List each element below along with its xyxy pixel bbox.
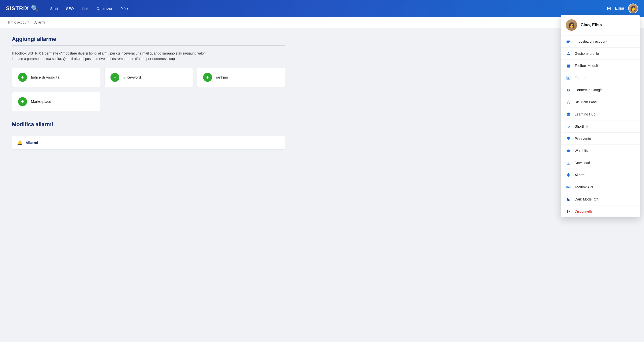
alarm-card-empty-1 xyxy=(104,92,193,111)
user-dropdown-menu: 👩 Ciao, Elisa Impostazioni account Gesti… xyxy=(561,15,640,158)
nav-link[interactable]: Link xyxy=(78,5,92,13)
pin-icon xyxy=(566,136,571,141)
alarm-label-visibilita: Indice di Visibilità xyxy=(31,75,60,79)
nav-optimizer[interactable]: Optimizer xyxy=(93,5,116,13)
alarm-cards-row2: + Marketplace xyxy=(12,92,285,111)
menu-item-shortlink[interactable]: Shortlink xyxy=(561,120,640,133)
modifica-divider xyxy=(12,131,285,131)
user-name: Elisa xyxy=(615,6,624,11)
dropdown-avatar: 👩 xyxy=(566,19,577,31)
menu-item-watchlist[interactable]: Watchlist xyxy=(561,145,640,157)
menu-item-toolbox-moduli[interactable]: Toolbox Moduli xyxy=(561,60,640,72)
menu-label-shortlink: Shortlink xyxy=(575,124,588,128)
breadcrumb-parent[interactable]: Il mio account xyxy=(8,20,29,24)
alarm-card-marketplace[interactable]: + Marketplace xyxy=(12,92,100,111)
add-icon-marketplace: + xyxy=(18,97,27,106)
watchlist-icon xyxy=(566,148,571,153)
menu-item-download[interactable]: Download xyxy=(561,157,640,158)
grid-icon[interactable]: ⊞ xyxy=(607,6,611,12)
menu-label-labs: SISTRIX Labs xyxy=(575,100,597,104)
search-icon: 🔍 xyxy=(31,5,39,13)
svg-rect-0 xyxy=(567,40,570,40)
alarm-card-ranking[interactable]: + ranking xyxy=(197,68,285,87)
menu-label-watchlist: Watchlist xyxy=(575,149,588,153)
add-alarm-section: Aggiungi allarme Il Toolbox SISTRIX ti p… xyxy=(12,36,285,111)
alarm-card-empty-2 xyxy=(197,92,285,111)
header-right: ⊞ Elisa 👩 xyxy=(607,4,638,13)
menu-item-labs[interactable]: SISTRIX Labs xyxy=(561,96,640,108)
alarm-cards-row1: + Indice di Visibilità + # Keyword + ran… xyxy=(12,68,285,87)
nav-start[interactable]: Start xyxy=(47,5,62,13)
menu-label-learning: Learning Hub xyxy=(575,112,596,116)
menu-item-learning[interactable]: Learning Hub xyxy=(561,108,640,120)
breadcrumb-separator: › xyxy=(31,20,32,24)
menu-label-impostazioni: Impostazioni account xyxy=(575,40,607,43)
invoice-icon xyxy=(566,75,571,81)
allarmi-row[interactable]: 🔔 Allarmi xyxy=(12,136,285,150)
svg-rect-2 xyxy=(567,42,569,43)
menu-label-fatture: Fatture xyxy=(575,76,586,80)
logo-text: SISTRIX xyxy=(6,5,29,12)
menu-label-google: Connetti a Google xyxy=(575,88,603,92)
add-alarm-description: Il Toolbox SISTRIX ti permette d'imposta… xyxy=(12,51,210,62)
breadcrumb-current: Allarmi xyxy=(34,20,45,24)
nav-piu[interactable]: Più ▾ xyxy=(117,4,132,13)
add-alarm-title: Aggiungi allarme xyxy=(12,36,285,42)
menu-label-pin: Pin evento xyxy=(575,137,591,141)
menu-item-profilo[interactable]: Gestione profilo xyxy=(561,48,640,60)
menu-label-toolbox-moduli: Toolbox Moduli xyxy=(575,64,598,68)
allarmi-row-label: Allarmi xyxy=(26,141,38,145)
profile-icon xyxy=(566,51,571,56)
dropdown-header: 👩 Ciao, Elisa xyxy=(561,15,640,36)
breadcrumb: Il mio account › Allarmi xyxy=(0,17,644,28)
menu-item-fatture[interactable]: Fatture xyxy=(561,72,640,84)
chevron-down-icon: ▾ xyxy=(126,6,128,11)
alarm-card-visibilita[interactable]: + Indice di Visibilità xyxy=(12,68,100,87)
main-header: SISTRIX 🔍 Start SEO Link Optimizer Più ▾… xyxy=(0,0,644,17)
dropdown-greeting: Ciao, Elisa xyxy=(580,23,602,28)
menu-item-impostazioni[interactable]: Impostazioni account xyxy=(561,36,640,48)
menu-label-profilo: Gestione profilo xyxy=(575,52,599,56)
nav-seo[interactable]: SEO xyxy=(62,5,77,13)
add-icon-visibilita: + xyxy=(18,73,27,82)
settings-icon xyxy=(566,39,571,44)
alarm-label-ranking: ranking xyxy=(216,75,228,79)
avatar-image: 👩 xyxy=(629,4,638,13)
bell-icon: 🔔 xyxy=(17,140,22,145)
main-content: Aggiungi allarme Il Toolbox SISTRIX ti p… xyxy=(0,28,297,158)
add-icon-ranking: + xyxy=(203,73,212,82)
main-nav: Start SEO Link Optimizer Più ▾ xyxy=(47,4,607,13)
alarm-label-keyword: # Keyword xyxy=(123,75,141,79)
toolbox-icon xyxy=(566,63,571,68)
learning-icon xyxy=(566,112,571,117)
avatar[interactable]: 👩 xyxy=(628,4,638,13)
svg-point-10 xyxy=(568,150,569,151)
modifica-section: Modifica allarmi 🔔 Allarmi xyxy=(12,121,285,150)
shortlink-icon xyxy=(566,124,571,129)
svg-point-3 xyxy=(568,52,569,53)
modifica-title: Modifica allarmi xyxy=(12,121,285,128)
add-icon-keyword: + xyxy=(110,73,120,82)
menu-item-pin[interactable]: Pin evento xyxy=(561,133,640,145)
section-divider xyxy=(12,45,285,46)
menu-item-google[interactable]: G Connetti a Google xyxy=(561,84,640,96)
alarm-label-marketplace: Marketplace xyxy=(31,99,51,104)
google-icon: G xyxy=(566,87,571,93)
logo-area[interactable]: SISTRIX 🔍 xyxy=(6,5,39,13)
labs-icon xyxy=(566,99,571,105)
svg-rect-1 xyxy=(567,41,570,42)
alarm-card-keyword[interactable]: + # Keyword xyxy=(104,68,193,87)
